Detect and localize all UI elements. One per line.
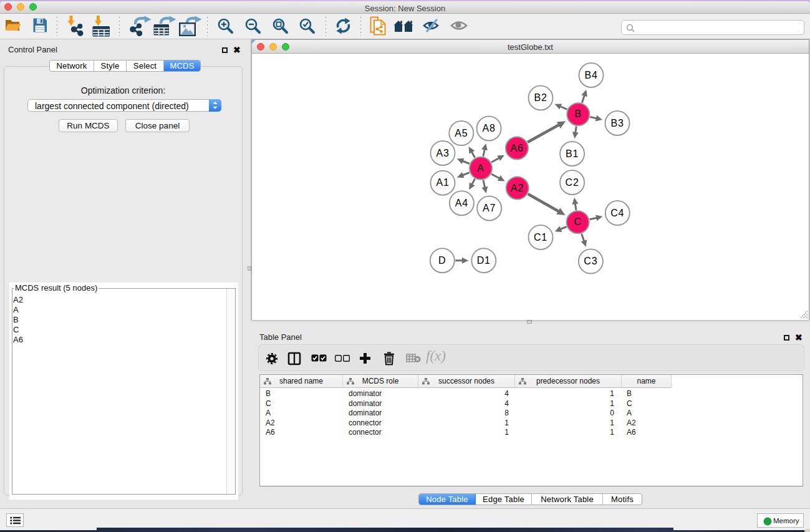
svg-text:A: A bbox=[477, 163, 484, 173]
svg-text:B3: B3 bbox=[610, 118, 624, 128]
svg-text:B4: B4 bbox=[584, 70, 597, 80]
svg-text:D1: D1 bbox=[477, 255, 491, 266]
svg-text:A1: A1 bbox=[436, 177, 449, 188]
svg-text:D: D bbox=[438, 255, 446, 266]
svg-text:C4: C4 bbox=[610, 208, 624, 218]
svg-text:A2: A2 bbox=[511, 183, 524, 193]
svg-text:A3: A3 bbox=[436, 148, 449, 158]
svg-text:B: B bbox=[575, 109, 582, 119]
svg-text:A7: A7 bbox=[483, 203, 496, 213]
svg-text:A6: A6 bbox=[510, 143, 523, 153]
svg-text:C: C bbox=[574, 216, 581, 227]
svg-text:B2: B2 bbox=[534, 92, 547, 103]
svg-text:C3: C3 bbox=[584, 256, 597, 266]
svg-text:A5: A5 bbox=[455, 128, 468, 138]
svg-text:A8: A8 bbox=[483, 123, 496, 133]
svg-text:B1: B1 bbox=[566, 148, 579, 159]
svg-text:A4: A4 bbox=[455, 198, 468, 208]
svg-text:C1: C1 bbox=[534, 232, 547, 243]
svg-text:C2: C2 bbox=[566, 177, 579, 188]
